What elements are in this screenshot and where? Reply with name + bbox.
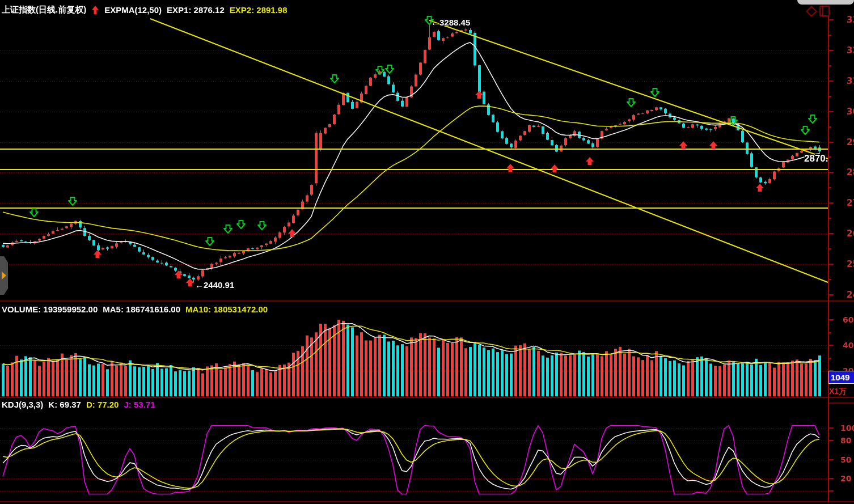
up-arrow-icon: [91, 5, 99, 15]
expand-arrow-icon: [2, 272, 6, 279]
exp2-value: EXP2: 2891.98: [230, 5, 288, 15]
stock-chart-app: 上证指数(日线.前复权) EXPMA(12,50) EXP1: 2876.12 …: [0, 0, 854, 504]
volume-unit-label: X1万: [829, 387, 847, 397]
current-price-label: 2870.: [804, 153, 828, 164]
kdj-k-value: K: 69.37: [48, 400, 81, 409]
symbol-title: 上证指数(日线.前复权): [2, 5, 86, 15]
exp1-value: EXP1: 2876.12: [167, 5, 225, 15]
chart-canvas[interactable]: [0, 0, 854, 504]
indicator-label: EXPMA(12,50): [104, 5, 162, 15]
volume-ma10-value: MA10: 180531472.00: [185, 304, 268, 314]
main-pane-header: 上证指数(日线.前复权) EXPMA(12,50) EXP1: 2876.12 …: [2, 5, 288, 15]
kdj-d-value: D: 77.20: [86, 400, 119, 409]
volume-pane-header: VOLUME: 193959952.00 MA5: 186741616.00 M…: [2, 304, 268, 314]
sidebar-expand-handle[interactable]: [0, 256, 8, 295]
volume-value: VOLUME: 193959952.00: [2, 304, 98, 314]
scrollbar-thumb[interactable]: [797, 0, 854, 5]
volume-ma5-value: MA5: 186741616.00: [103, 304, 180, 314]
split-window-icon-bar: [822, 7, 823, 15]
kdj-pane-header: KDJ(9,3,3) K: 69.37 D: 77.20 J: 53.71: [2, 400, 155, 409]
kdj-indicator-label: KDJ(9,3,3): [2, 400, 43, 409]
peak-price-annotation: ←3288.45: [431, 18, 470, 27]
latest-volume-badge: 1049: [828, 371, 854, 384]
split-window-icon[interactable]: [819, 6, 830, 16]
trough-price-annotation: ←2440.91: [195, 280, 234, 290]
kdj-j-value: J: 53.71: [124, 400, 155, 409]
